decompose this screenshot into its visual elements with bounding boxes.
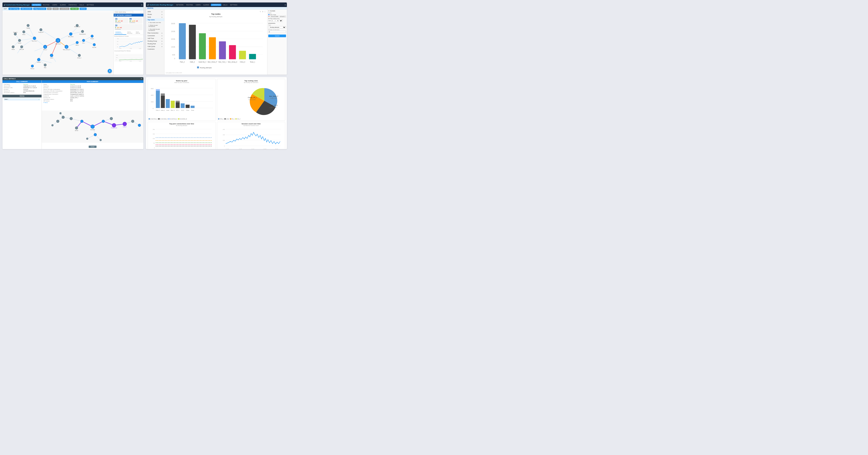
svg-point-76 <box>76 24 78 27</box>
date-range-radio[interactable]: Date range <box>268 14 286 15</box>
tab-top-routes[interactable]: TOP 5 ROUTES <box>126 31 135 35</box>
svg-text:50k: 50k <box>172 54 175 56</box>
nav-alarms-p2[interactable]: ALARMS <box>202 4 211 6</box>
sync-topology-btn[interactable]: Sync topology <box>8 8 20 10</box>
src-uri-manip-label: Source URI after manipulation: <box>43 89 70 90</box>
nav-network-p2[interactable]: NETWORK <box>175 4 185 6</box>
svg-point-39 <box>69 32 72 35</box>
svg-text:Rome: Rome <box>50 57 53 59</box>
path-1-item[interactable]: Path 1 ✓ <box>4 98 40 101</box>
paths-list: Path 1 ✓ <box>2 97 41 102</box>
call-path-map-svg: Israel-HQ IpGrp3 OrangetoGrp Haifa_5 <box>42 104 144 149</box>
inc-peer-label: Incoming Peer Connection: <box>43 92 70 93</box>
path-term-reason-row: Termination reason: BYE <box>43 98 142 100</box>
map-fab-btn[interactable]: + <box>108 69 112 73</box>
call-details-close-icon[interactable]: ✕ <box>141 78 142 80</box>
num-elements-input[interactable] <box>268 31 286 33</box>
svg-point-163 <box>131 120 134 122</box>
test-node-btn[interactable]: Test node <box>70 8 79 10</box>
chart-download-icon[interactable]: ⬇ <box>262 11 264 12</box>
routing-rule-value: Orange_DR_1 <box>70 97 78 98</box>
tab-general-stats[interactable]: GENERAL STATISTICS <box>115 31 126 35</box>
edit-btn[interactable]: Edit <box>47 8 52 10</box>
type-select[interactable]: Routing attempts Session count <box>268 26 286 29</box>
map-area[interactable]: ⚙ Israel-HQ_3 ⚙ Paris_2 ⚙ New_Jersey_8 B… <box>2 10 114 75</box>
svg-point-49 <box>23 31 25 33</box>
lock-btn[interactable]: Lock/Unlock <box>60 8 69 10</box>
menu-top-nodes-peer[interactable]: ↳ Top nodes by peer connections <box>146 28 164 32</box>
svg-point-61 <box>78 54 81 57</box>
call-details-title: CALL DETAILS ✕ <box>2 77 144 80</box>
last-value-input[interactable] <box>271 20 275 22</box>
charts-grid-panel: Nodes by peer nodes by peer connections … <box>146 77 287 149</box>
nav-statistics[interactable]: STATISTICS <box>67 4 78 6</box>
nav-routing-p2[interactable]: ROUTING <box>185 4 194 6</box>
nav-routing[interactable]: ROUTING <box>41 4 51 6</box>
menu-voip-peer[interactable]: VoIP Peer ▶ <box>146 37 164 40</box>
menu-connection[interactable]: Connection ▶ <box>146 34 164 37</box>
svg-text:ISA_1: ISA_1 <box>82 42 85 44</box>
svg-rect-114 <box>199 33 206 59</box>
svg-text:Paris_2: Paris_2 <box>43 49 47 50</box>
menu-node[interactable]: Node ▶ <box>146 16 164 19</box>
legend-pie-1: B-Plus_1 <box>218 118 224 119</box>
chart-refresh-icon[interactable]: ↻ <box>260 11 261 12</box>
svg-text:11:00: 11:00 <box>139 48 141 49</box>
more-link[interactable]: ▼ More <box>43 102 142 103</box>
chart-fullscreen-icon[interactable]: ⛶ <box>264 11 266 12</box>
menu-calls-quota[interactable]: Calls Quota ▶ <box>146 45 164 48</box>
source-uri-value: 13301@172.17.129.41 <box>23 85 36 87</box>
delete-btn[interactable]: Delete <box>53 8 59 10</box>
paths-header: PATHS <box>2 95 41 97</box>
call-status-value: Success <box>23 84 28 85</box>
router-id-label: Router ID: <box>43 95 70 96</box>
menu-top-nodes-time[interactable]: ↳ Top nodes over time <box>146 21 164 24</box>
drag-connection-btn[interactable]: Drag Connection <box>33 8 46 10</box>
statistics-panel: 🔊 AudioCodes Routing Manager NETWORK ROU… <box>146 2 287 75</box>
svg-text:400: 400 <box>151 94 154 96</box>
add-connection-btn[interactable]: Add connection <box>21 8 32 10</box>
menu-arm[interactable]: ARM ▶ <box>146 10 164 13</box>
call-map-area[interactable]: Israel-HQ IpGrp3 OrangetoGrp Haifa_5 Clo… <box>42 104 144 149</box>
refresh-btn[interactable]: Refresh <box>80 8 87 10</box>
date-relative-radio[interactable]: Date relative time <box>268 18 286 19</box>
menu-customers[interactable]: Customers <box>146 48 164 51</box>
nav-calls[interactable]: CALLS <box>78 4 85 6</box>
routing-rules-title: Top routing rules <box>218 80 284 82</box>
call-summary-header: CALL SUMMARY <box>2 80 41 83</box>
src-uri-manip-value: 631031@172.17.129.41 <box>70 89 84 90</box>
close-button[interactable]: Close <box>89 146 96 148</box>
menu-peer-conn[interactable]: Peer-Connection ▶ <box>146 32 164 34</box>
svg-rect-113 <box>189 25 196 59</box>
date-range-input[interactable] <box>270 16 286 18</box>
router-id-row: Router ID: router_1 (172.17.129.31) <box>43 95 142 96</box>
menu-router[interactable]: Router ▶ <box>146 13 164 16</box>
nav-calls-p2[interactable]: CALLS <box>221 4 228 6</box>
nav-settings[interactable]: SETTINGS <box>85 4 95 6</box>
network-summary-sidebar: ⋯ ▶ NETWORK SUMMARY 16 16 ▲0 ●0 Connecti… <box>114 10 144 75</box>
svg-point-55 <box>40 29 42 31</box>
nav-users[interactable]: USERS <box>51 4 59 6</box>
menu-routing-group[interactable]: Routing Group ▶ <box>146 40 164 42</box>
inc-peer-value: IpGrp3 (New_Jersey_8) <box>70 92 84 93</box>
nav-alarms[interactable]: ALARMS <box>59 4 67 6</box>
call-details-body: CALL SUMMARY Call Status: Success Source… <box>2 80 144 149</box>
nodes-peer-subtitle: nodes by peer connections <box>149 82 215 83</box>
svg-point-53 <box>21 46 23 48</box>
svg-text:11:00: 11:00 <box>226 148 229 149</box>
nav-network[interactable]: NETWORK <box>32 4 41 6</box>
menu-nodes-peer[interactable]: ↳ Nodes by peer connections <box>146 24 164 28</box>
menu-top-nodes[interactable]: Top nodes <box>146 19 164 21</box>
submit-btn[interactable]: Submit <box>268 34 286 37</box>
nav-statistics-p2[interactable]: STATISTICS <box>211 4 221 6</box>
svg-rect-231 <box>220 127 282 149</box>
tab-test-route[interactable]: TEST ROUTE <box>135 31 143 35</box>
menu-routing-rule[interactable]: Routing Rule ▶ <box>146 42 164 45</box>
nav-settings-p2[interactable]: SETTINGS <box>229 4 239 6</box>
nav-users-p2[interactable]: USERS <box>194 4 202 6</box>
map-search-input[interactable] <box>115 11 133 13</box>
network-summary-header: ▶ NETWORK SUMMARY <box>114 13 144 17</box>
hours-select[interactable]: Hours Days <box>276 20 283 22</box>
src-uri-manip-row: Source URI after manipulation: 631031@17… <box>43 89 142 90</box>
svg-text:Israel-HQ_3: Israel-HQ_3 <box>55 43 61 45</box>
